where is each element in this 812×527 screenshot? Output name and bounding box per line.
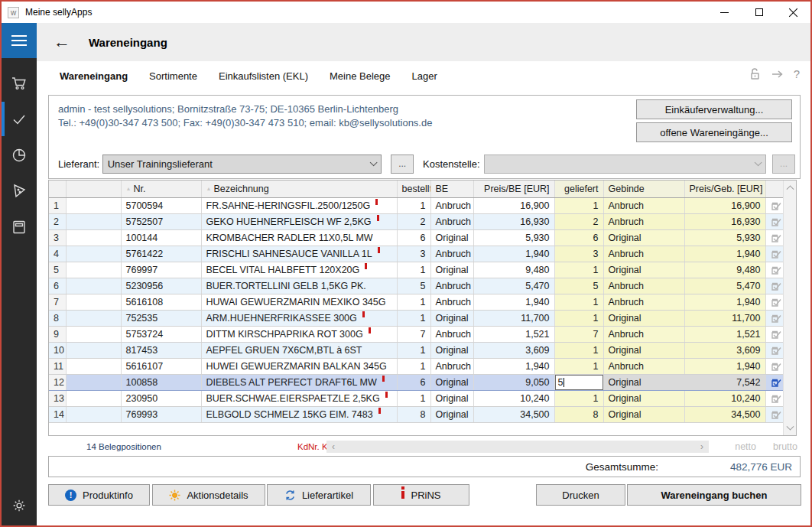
cell-gebinde[interactable]: Anbruch bbox=[603, 294, 684, 310]
cell-rownum[interactable]: 2 bbox=[49, 213, 66, 229]
cell-be[interactable]: Anbruch bbox=[430, 358, 473, 374]
cell-nr[interactable]: 5752507 bbox=[121, 213, 201, 229]
cell-bestellt[interactable]: 3 bbox=[397, 246, 430, 262]
cell-check[interactable] bbox=[765, 278, 784, 294]
scroll-down-icon[interactable] bbox=[784, 422, 797, 435]
cell-rownum[interactable]: 4 bbox=[49, 246, 66, 262]
cell-check[interactable] bbox=[765, 213, 784, 229]
cell-bezeichnung[interactable]: BUER.TORTELLINI GELB 1,5KG PK. bbox=[201, 278, 397, 294]
tab-lager[interactable]: Lager bbox=[412, 70, 437, 82]
sidebar-item-wareneingang[interactable] bbox=[2, 101, 37, 137]
cell-bestellt[interactable]: 7 bbox=[397, 326, 430, 342]
cell-bezeichnung[interactable]: GEKO HUEHNERFLEISCH WF 2,5KG bbox=[201, 213, 397, 229]
cell-bestellt[interactable]: 1 bbox=[397, 342, 430, 358]
offene-wareneingaenge-button[interactable]: offene Wareneingänge... bbox=[636, 122, 792, 142]
table-row[interactable]: 65230956BUER.TORTELLINI GELB 1,5KG PK.5A… bbox=[49, 278, 784, 294]
produktinfo-button[interactable]: ! Produktinfo bbox=[48, 484, 150, 506]
cell-preis-geb[interactable]: 16,930 bbox=[684, 213, 765, 229]
table-row[interactable]: 3100144KROMBACHER RADLER 11X0,5L MW6Orig… bbox=[49, 229, 784, 246]
tab-meine-belege[interactable]: Meine Belege bbox=[330, 70, 391, 82]
cell-preis-geb[interactable]: 9,480 bbox=[684, 262, 765, 278]
cell-gebinde[interactable]: Anbruch bbox=[603, 358, 684, 374]
cell-be[interactable]: Original bbox=[430, 262, 473, 278]
cell-flag[interactable] bbox=[66, 310, 121, 326]
cell-rownum[interactable]: 14 bbox=[49, 406, 66, 422]
cell-bestellt[interactable]: 1 bbox=[397, 262, 430, 278]
cell-preis-geb[interactable]: 3,609 bbox=[684, 342, 765, 358]
col-gebinde[interactable]: Gebinde bbox=[603, 181, 684, 197]
cell-preis-geb[interactable]: 1,940 bbox=[684, 246, 765, 262]
aktionsdetails-button[interactable]: Aktionsdetails bbox=[152, 484, 265, 506]
cell-preis-be[interactable]: 9,480 bbox=[473, 262, 554, 278]
cell-preis-be[interactable]: 5,930 bbox=[473, 229, 554, 246]
cell-geliefert[interactable]: 1 bbox=[554, 390, 603, 406]
cell-rownum[interactable]: 6 bbox=[49, 278, 66, 294]
lieferant-select[interactable]: Unser Trainingslieferant bbox=[102, 155, 382, 174]
help-icon[interactable]: ? bbox=[794, 67, 800, 80]
cell-gebinde[interactable]: Original bbox=[603, 342, 684, 358]
col-nr[interactable]: Nr. bbox=[121, 181, 201, 197]
cell-nr[interactable]: 5616108 bbox=[121, 294, 201, 310]
cell-flag[interactable] bbox=[66, 406, 121, 422]
cell-preis-be[interactable]: 9,050 bbox=[473, 374, 554, 390]
cell-be[interactable]: Anbruch bbox=[430, 213, 473, 229]
cell-check[interactable] bbox=[765, 342, 784, 358]
table-row[interactable]: 75616108HUWAI GEWUERZMARIN MEXIKO 345G1A… bbox=[49, 294, 784, 310]
table-row[interactable]: 115616107HUWEI GEWUERZMARIN BALKAN 345G1… bbox=[49, 358, 784, 374]
cell-nr[interactable]: 5230956 bbox=[121, 278, 201, 294]
cell-preis-geb[interactable]: 10,240 bbox=[684, 390, 765, 406]
cell-gebinde[interactable]: Anbruch bbox=[603, 213, 684, 229]
unlock-icon[interactable] bbox=[749, 67, 762, 80]
cell-bestellt[interactable]: 5 bbox=[397, 278, 430, 294]
cell-check[interactable] bbox=[765, 294, 784, 310]
cell-preis-geb[interactable]: 1,521 bbox=[684, 326, 765, 342]
cell-preis-geb[interactable]: 1,940 bbox=[684, 358, 765, 374]
cell-flag[interactable] bbox=[66, 294, 121, 310]
sidebar-item-aktionen[interactable] bbox=[2, 173, 37, 209]
cell-preis-be[interactable]: 10,240 bbox=[473, 390, 554, 406]
cell-rownum[interactable]: 5 bbox=[49, 262, 66, 278]
cell-preis-be[interactable]: 11,700 bbox=[473, 310, 554, 326]
col-bestellt[interactable]: bestellt bbox=[397, 181, 430, 197]
cell-check[interactable] bbox=[765, 246, 784, 262]
cell-gebinde[interactable]: Original bbox=[603, 262, 684, 278]
cell-bezeichnung[interactable]: DITTM KIRSCHPAPRIKA ROT 300G bbox=[201, 326, 397, 342]
cell-preis-be[interactable]: 1,940 bbox=[473, 294, 554, 310]
table-row[interactable]: 5769997BECEL VITAL HALBFETT 120X20G1Orig… bbox=[49, 262, 784, 278]
cell-rownum[interactable]: 1 bbox=[49, 197, 66, 213]
lieferartikel-button[interactable]: Lieferartikel bbox=[267, 484, 371, 506]
cell-preis-be[interactable]: 3,609 bbox=[473, 342, 554, 358]
table-row[interactable]: 45761422FRISCHLI SAHNESAUCE VANILLA 1L3A… bbox=[49, 246, 784, 262]
netto-toggle[interactable]: netto bbox=[735, 441, 756, 452]
vertical-scrollbar[interactable] bbox=[783, 181, 796, 435]
cell-be[interactable]: Original bbox=[430, 374, 473, 390]
cell-geliefert[interactable]: 1 bbox=[554, 358, 603, 374]
cell-flag[interactable] bbox=[66, 374, 121, 390]
cell-preis-geb[interactable]: 7,542 bbox=[684, 374, 765, 390]
maximize-button[interactable] bbox=[742, 2, 776, 23]
sidebar-item-katalog[interactable] bbox=[2, 209, 37, 245]
tab-einkaufslisten[interactable]: Einkaufslisten (EKL) bbox=[219, 70, 308, 82]
cell-bezeichnung[interactable]: BUER.SCHWAE.EIERSPAETZLE 2,5KG bbox=[201, 390, 397, 406]
cell-be[interactable]: Anbruch bbox=[430, 278, 473, 294]
cell-preis-be[interactable]: 34,500 bbox=[473, 406, 554, 422]
cell-geliefert[interactable]: 6 bbox=[554, 229, 603, 246]
cell-rownum[interactable]: 10 bbox=[49, 342, 66, 358]
close-button[interactable] bbox=[776, 2, 810, 23]
col-be[interactable]: BE bbox=[430, 181, 473, 197]
cell-preis-geb[interactable]: 1,940 bbox=[684, 294, 765, 310]
cell-preis-geb[interactable]: 16,900 bbox=[684, 197, 765, 213]
cell-bezeichnung[interactable]: ARM.HUEHNERFRIKASSEE 300G bbox=[201, 310, 397, 326]
cell-geliefert[interactable]: 1 bbox=[554, 262, 603, 278]
prins-button[interactable]: PRiNS bbox=[373, 484, 469, 506]
cell-be[interactable]: Original bbox=[430, 310, 473, 326]
cell-rownum[interactable]: 8 bbox=[49, 310, 66, 326]
cell-bezeichnung[interactable]: ELBGOLD SCHMELZ 15KG EIM. 7483 bbox=[201, 406, 397, 422]
table-row[interactable]: 12100858DIEBELS ALT PERFECT DRAFT6L MW6O… bbox=[49, 374, 784, 390]
table-row[interactable]: 10817453AEPFEL GRUEN 7X6CM,BTL à 6ST1Ori… bbox=[49, 342, 784, 358]
cell-flag[interactable] bbox=[66, 197, 121, 213]
cell-flag[interactable] bbox=[66, 262, 121, 278]
cell-flag[interactable] bbox=[66, 342, 121, 358]
cell-check[interactable] bbox=[765, 374, 784, 390]
cell-bestellt[interactable]: 2 bbox=[397, 213, 430, 229]
